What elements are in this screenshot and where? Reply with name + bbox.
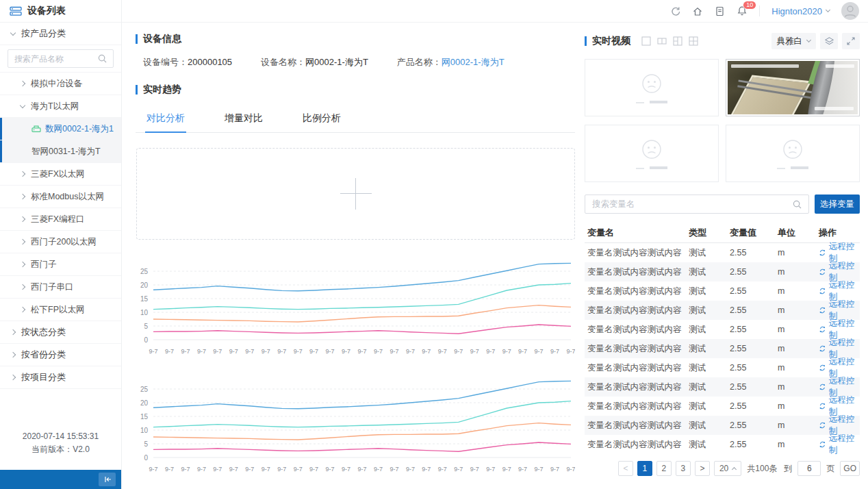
variable-value: 2.55 (730, 421, 778, 430)
svg-text:9-7: 9-7 (245, 466, 254, 473)
total-count-label: 共100条 (747, 463, 777, 475)
sidebar-item[interactable]: 西门子 (0, 253, 121, 276)
prev-page-button[interactable]: < (618, 461, 633, 476)
video-cell-empty-2[interactable] (585, 125, 719, 182)
sidebar-item[interactable]: 按省份分类 (0, 344, 121, 366)
fullscreen-button[interactable] (842, 33, 860, 49)
go-button[interactable]: GO (840, 461, 860, 476)
product-search-input[interactable] (14, 54, 83, 64)
sidebar-item[interactable]: 松下FP以太网 (0, 299, 121, 321)
theme-select[interactable]: 典雅白 (771, 33, 817, 49)
notifications-button[interactable]: 10 (737, 5, 748, 16)
svg-text:25: 25 (140, 386, 149, 393)
sidebar-item[interactable]: 西门子串口 (0, 276, 121, 299)
field-value: 网0002-1-海为T (305, 57, 368, 67)
svg-text:9-7: 9-7 (197, 348, 206, 355)
topbar: 10 Hignton2020 (122, 0, 868, 23)
tab-increment-compare[interactable]: 增量对比 (223, 105, 264, 132)
chevron-right-icon (20, 284, 25, 290)
remote-control-link[interactable]: 远程控制 (819, 433, 860, 456)
page-button-1[interactable]: 1 (637, 461, 652, 476)
home-icon (692, 6, 703, 16)
svg-text:10: 10 (140, 427, 149, 434)
svg-text:15: 15 (140, 413, 149, 421)
sidebar-item-label: 按产品分类 (21, 27, 66, 40)
person-icon (841, 2, 859, 20)
chevron-right-icon (20, 239, 25, 244)
variable-value: 2.55 (730, 248, 778, 258)
sidebar-collapse-bar (0, 470, 121, 489)
svg-text:9-7: 9-7 (197, 466, 206, 473)
user-menu[interactable]: Hignton2020 (771, 6, 830, 16)
page-button-3[interactable]: 3 (676, 461, 691, 476)
svg-text:9-7: 9-7 (261, 348, 270, 355)
sidebar-item-label: 模拟中冶设备 (31, 78, 82, 90)
tab-compare-analysis[interactable]: 对比分析 (145, 105, 186, 132)
sidebar-item[interactable]: 海为T以太网 (0, 95, 121, 118)
variable-search-input[interactable] (592, 199, 793, 209)
sidebar-item[interactable]: 模拟中冶设备 (0, 73, 121, 95)
svg-text:9-7: 9-7 (502, 466, 511, 473)
sad-face-icon (637, 138, 667, 165)
jump-page-input[interactable] (797, 461, 821, 476)
layout-3-icon[interactable] (673, 36, 682, 46)
layers-button[interactable] (820, 33, 838, 49)
svg-text:9-7: 9-7 (390, 466, 398, 473)
sidebar-item[interactable]: 按产品分类 (0, 23, 121, 45)
variable-value: 2.55 (730, 325, 778, 334)
svg-text:9-7: 9-7 (374, 466, 383, 473)
layout-4-icon[interactable] (689, 36, 698, 46)
select-variable-button[interactable]: 选择变量 (815, 195, 860, 214)
sidebar-item[interactable]: 智网0031-1-海为T (0, 140, 121, 163)
device-name-field: 设备名称：网0002-1-海为T (261, 56, 368, 68)
table-row: 变量名测试内容测试内容 测试 2.55 m (585, 358, 860, 377)
svg-text:9-7: 9-7 (422, 466, 431, 473)
sidebar-item[interactable]: 三菱FX以太网 (0, 163, 121, 186)
device-info-section-title: 设备信息 (136, 33, 575, 45)
svg-text:9-7: 9-7 (486, 348, 495, 355)
layout-1-icon[interactable] (641, 36, 651, 46)
sidebar-item[interactable]: 西门子200以太网 (0, 231, 121, 253)
home-button[interactable] (692, 6, 703, 16)
sidebar-item[interactable]: 按状态分类 (0, 321, 121, 344)
refresh-button[interactable] (670, 6, 680, 16)
chevron-right-icon (20, 262, 25, 267)
document-button[interactable] (715, 6, 725, 16)
variable-value: 2.55 (730, 401, 778, 411)
svg-text:9-7: 9-7 (165, 466, 174, 473)
camera-feed (728, 61, 858, 114)
sidebar-item-label: 三菱FX以太网 (31, 168, 84, 180)
remote-control-icon (819, 440, 826, 449)
footer-version: 当前版本：V2.0 (0, 443, 121, 456)
page-size-select[interactable]: 20 (714, 461, 741, 476)
no-video-placeholder (636, 138, 667, 169)
collapse-sidebar-button[interactable] (99, 473, 116, 486)
svg-text:9-7: 9-7 (470, 466, 479, 473)
trend-tabs: 对比分析 增量对比 比例分析 (136, 105, 575, 133)
sidebar-item[interactable]: 数网0002-1-海为1 (0, 118, 121, 140)
video-cell-empty-1[interactable] (585, 59, 719, 116)
add-chart-placeholder[interactable] (136, 148, 575, 240)
page-size-value: 20 (719, 464, 728, 473)
plus-icon (340, 178, 372, 210)
table-row: 变量名测试内容测试内容 测试 2.55 m (585, 243, 860, 262)
page-button-2[interactable]: 2 (656, 461, 672, 476)
layout-2-icon[interactable] (657, 36, 667, 46)
remote-control-icon (819, 383, 826, 391)
chevron-right-icon (10, 375, 16, 380)
next-page-button[interactable]: > (695, 461, 710, 476)
chevron-right-icon (20, 216, 25, 222)
search-icon[interactable] (98, 54, 107, 63)
chevron-right-icon (20, 307, 25, 312)
avatar[interactable] (841, 2, 859, 20)
search-icon[interactable] (793, 200, 802, 209)
product-name-link[interactable]: 网0002-1-海为T (442, 57, 505, 67)
video-cell-live[interactable] (726, 59, 860, 116)
tab-ratio-analysis[interactable]: 比例分析 (301, 105, 342, 132)
sidebar-item[interactable]: 三菱FX编程口 (0, 208, 121, 231)
no-video-placeholder (777, 138, 808, 169)
sidebar-item[interactable]: 按项目分类 (0, 366, 121, 389)
variable-type: 测试 (689, 343, 730, 355)
video-cell-empty-3[interactable] (726, 125, 860, 182)
sidebar-item[interactable]: 标准Modbus以太网 (0, 186, 121, 208)
